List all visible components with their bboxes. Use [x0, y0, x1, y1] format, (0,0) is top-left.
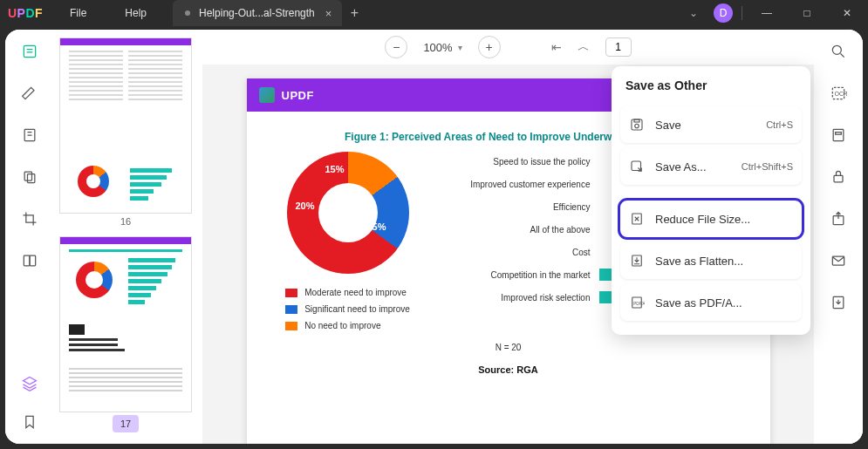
menu-label: Save as PDF/A...: [655, 296, 742, 310]
form-icon[interactable]: [829, 126, 848, 145]
slice-label-c: 15%: [325, 164, 345, 174]
tab-close-button[interactable]: ×: [324, 7, 334, 20]
thumbnail-label-active: 17: [113, 415, 139, 432]
svg-rect-4: [24, 172, 31, 180]
legend-b: Significant need to improve: [304, 304, 410, 314]
new-tab-button[interactable]: +: [342, 5, 366, 21]
svg-rect-20: [634, 119, 639, 122]
svg-point-19: [635, 124, 639, 128]
menu-help[interactable]: Help: [106, 7, 166, 19]
reduce-size-icon: [629, 211, 645, 227]
svg-line-9: [841, 54, 844, 58]
bar-label: Efficiency: [435, 202, 591, 212]
svg-point-8: [832, 45, 841, 54]
crop-icon[interactable]: [20, 209, 39, 228]
thumbnail-image: [60, 38, 191, 213]
svg-text:PDF/A: PDF/A: [633, 302, 645, 306]
share-icon[interactable]: [829, 209, 848, 228]
divider: [742, 6, 742, 20]
titlebar-dropdown[interactable]: ⌄: [682, 3, 705, 23]
window-maximize[interactable]: □: [791, 3, 823, 24]
page-number-input[interactable]: [605, 37, 632, 57]
reader-mode-icon[interactable]: [20, 42, 39, 61]
window-minimize[interactable]: —: [751, 3, 783, 24]
svg-rect-6: [24, 255, 30, 266]
app-root: UPDF File Help Helping-Out...al-Strength…: [0, 0, 868, 449]
document-tab[interactable]: Helping-Out...al-Strength ×: [173, 0, 342, 26]
logo-d: D: [25, 6, 35, 20]
thumbnail-sidebar: 16 17: [54, 30, 202, 444]
bar-label: All of the above: [435, 225, 591, 235]
logo-p: P: [17, 6, 26, 20]
svg-rect-14: [834, 175, 843, 182]
svg-rect-16: [832, 256, 844, 265]
sample-size: N = 20: [247, 343, 770, 352]
slice-label-a: 65%: [366, 221, 386, 232]
zoom-out-button[interactable]: −: [385, 36, 407, 58]
legend-a: Moderate need to improve: [304, 288, 407, 297]
logo-f: F: [35, 6, 43, 20]
window-close[interactable]: ✕: [831, 3, 863, 24]
chart-legend: Moderate need to improve Significant nee…: [285, 288, 410, 330]
save-as-other-panel: Save as Other Save Ctrl+S Save As... Ctr…: [612, 66, 810, 335]
compare-icon[interactable]: [20, 251, 39, 270]
flatten-icon: [629, 253, 645, 269]
shortcut: Ctrl+S: [766, 119, 793, 130]
menu-label: Save: [655, 119, 681, 132]
bar-label: Competition in the market: [435, 270, 591, 280]
donut-chart: 15% 20% 65% Moderate need to improve Sig…: [270, 152, 427, 330]
thumbnail-image: [60, 237, 191, 412]
tab-title: Helping-Out...al-Strength: [199, 7, 315, 19]
legend-c: No need to improve: [304, 321, 380, 330]
svg-rect-12: [833, 129, 844, 140]
bookmark-icon[interactable]: [20, 412, 39, 432]
thumbnail-label: 16: [60, 213, 191, 230]
chevron-down-icon: ▾: [458, 43, 462, 52]
slice-label-b: 20%: [296, 201, 315, 211]
search-icon[interactable]: [829, 42, 848, 61]
menu-save-pdfa[interactable]: PDF/A Save as PDF/A...: [620, 284, 802, 321]
organize-pages-icon[interactable]: [20, 167, 39, 187]
bar-label: Speed to issue the policy: [435, 157, 591, 167]
bar-label: Improved risk selection: [435, 293, 591, 303]
titlebar-right: ⌄ D — □ ✕: [682, 3, 868, 24]
mail-icon[interactable]: [829, 251, 848, 270]
thumbnail-page-17[interactable]: 17: [60, 237, 191, 432]
menu-save-flatten[interactable]: Save as Flatten...: [620, 242, 802, 279]
layers-icon[interactable]: [20, 374, 39, 393]
user-avatar[interactable]: D: [714, 3, 733, 23]
svg-text:OCR: OCR: [835, 91, 847, 97]
donut-graphic: 15% 20% 65%: [287, 152, 409, 274]
brand-logo-icon: [259, 87, 275, 103]
menu-reduce-file-size[interactable]: Reduce File Size...: [620, 201, 802, 237]
svg-rect-0: [24, 45, 35, 57]
menu-save[interactable]: Save Ctrl+S: [620, 106, 802, 143]
zoom-level[interactable]: 100% ▾: [423, 41, 461, 54]
menu-save-as[interactable]: Save As... Ctrl+Shift+S: [620, 148, 802, 185]
left-rail: [5, 30, 54, 444]
save-as-icon: [629, 159, 645, 174]
menu-label: Reduce File Size...: [655, 213, 750, 226]
menu-file[interactable]: File: [51, 7, 106, 19]
save-icon: [629, 117, 645, 133]
panel-title: Save as Other: [619, 78, 803, 101]
source-text: Source: RGA: [247, 364, 770, 375]
ocr-icon[interactable]: OCR: [829, 84, 848, 103]
edit-text-icon[interactable]: [20, 126, 39, 145]
svg-rect-5: [28, 174, 35, 183]
export-icon[interactable]: [829, 293, 848, 312]
brand-text: UPDF: [282, 89, 314, 102]
menu-label: Save as Flatten...: [655, 255, 743, 268]
titlebar: UPDF File Help Helping-Out...al-Strength…: [0, 0, 868, 26]
prev-page-button[interactable]: ︿: [578, 39, 590, 55]
zoom-in-button[interactable]: +: [478, 36, 501, 58]
first-page-button[interactable]: ⇤: [551, 40, 562, 54]
viewer-toolbar: − 100% ▾ + ⇤ ︿: [202, 30, 814, 65]
workspace-wrap: 16 17 −: [0, 26, 868, 449]
bar-label: Improved customer experience: [435, 180, 591, 189]
highlight-icon[interactable]: [20, 84, 39, 103]
zoom-value: 100%: [423, 41, 452, 54]
thumbnail-page-16[interactable]: 16: [60, 38, 191, 230]
tab-indicator-icon: [185, 10, 190, 16]
protect-icon[interactable]: [829, 167, 848, 187]
